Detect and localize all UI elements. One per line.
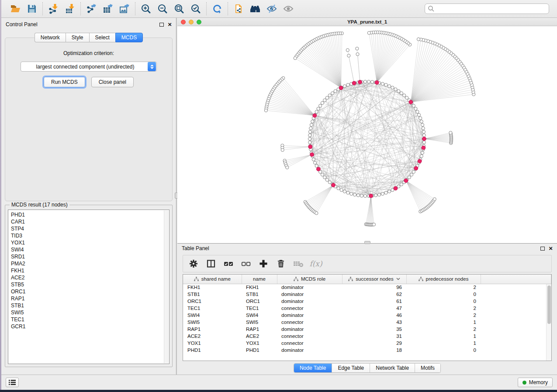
- mcds-result-item[interactable]: FKH1: [11, 267, 169, 274]
- column-header-name[interactable]: name: [242, 275, 277, 284]
- close-panel-icon[interactable]: ×: [168, 22, 172, 27]
- ring-node[interactable]: [346, 83, 349, 86]
- ring-node[interactable]: [328, 181, 331, 184]
- ring-node[interactable]: [312, 158, 315, 161]
- column-header-predecessor-nodes[interactable]: predecessor nodes: [406, 275, 481, 284]
- ring-node[interactable]: [400, 92, 403, 95]
- zoom-selected-button[interactable]: [190, 3, 202, 15]
- ring-node[interactable]: [325, 178, 329, 181]
- ring-node[interactable]: [328, 94, 331, 97]
- ring-node[interactable]: [325, 96, 329, 99]
- save-session-button[interactable]: [26, 3, 38, 15]
- open-file-button[interactable]: [9, 3, 21, 15]
- ring-node[interactable]: [315, 110, 318, 113]
- table-settings-button[interactable]: [188, 258, 199, 269]
- ring-node[interactable]: [394, 88, 397, 91]
- leaf-node[interactable]: [417, 38, 420, 41]
- mcds-hub-node[interactable]: [414, 166, 418, 170]
- mcds-hub-node[interactable]: [317, 167, 321, 171]
- leaf-node[interactable]: [356, 53, 359, 56]
- zoom-fit-button[interactable]: [173, 3, 185, 15]
- column-header-mcds-role[interactable]: MCDS role: [277, 275, 342, 284]
- mcds-result-item[interactable]: SWI5: [11, 309, 169, 316]
- mcds-hub-node[interactable]: [310, 153, 314, 157]
- close-table-panel-icon[interactable]: ×: [549, 246, 553, 251]
- refresh-button[interactable]: [211, 3, 223, 15]
- ring-node[interactable]: [317, 107, 320, 110]
- search-input[interactable]: [425, 3, 549, 14]
- ring-node[interactable]: [308, 137, 311, 140]
- leaf-node[interactable]: [372, 223, 375, 226]
- window-close-button[interactable]: [181, 20, 186, 24]
- window-maximize-button[interactable]: [197, 20, 201, 24]
- tab-edge-table[interactable]: Edge Table: [332, 364, 370, 372]
- ring-node[interactable]: [340, 189, 343, 192]
- mcds-hub-node[interactable]: [409, 100, 413, 104]
- tab-select[interactable]: Select: [89, 33, 115, 42]
- memory-button[interactable]: Memory: [518, 378, 553, 387]
- ring-node[interactable]: [417, 113, 420, 117]
- ring-node[interactable]: [371, 80, 374, 83]
- ring-node[interactable]: [384, 83, 387, 86]
- table-row[interactable]: SWI4SWI4dominator462: [183, 312, 551, 319]
- ring-node[interactable]: [360, 194, 363, 197]
- mcds-result-item[interactable]: CAR1: [11, 218, 169, 225]
- ring-node[interactable]: [421, 151, 424, 154]
- mcds-hub-node[interactable]: [422, 146, 426, 150]
- ring-node[interactable]: [384, 191, 387, 194]
- ring-node[interactable]: [421, 123, 424, 126]
- table-row[interactable]: SWI5SWI5connector431: [183, 319, 551, 326]
- table-row[interactable]: FKH1FKH1dominator962: [183, 284, 551, 291]
- mcds-result-item[interactable]: PMA2: [11, 260, 169, 267]
- mcds-hub-node[interactable]: [332, 183, 336, 187]
- leaf-node[interactable]: [347, 54, 350, 57]
- tab-network[interactable]: Network: [35, 33, 66, 42]
- table-row[interactable]: RAP1RAP1dominator352: [183, 326, 551, 333]
- ring-node[interactable]: [419, 117, 422, 120]
- ring-node[interactable]: [422, 130, 425, 133]
- mcds-result-item[interactable]: GCR1: [11, 323, 169, 330]
- hide-selected-button[interactable]: [266, 3, 278, 15]
- column-header-shared-name[interactable]: shared name: [183, 275, 242, 284]
- tab-node-table[interactable]: Node Table: [294, 364, 332, 372]
- ring-node[interactable]: [337, 187, 340, 190]
- optimization-criterion-select[interactable]: largest connected component (undirected): [21, 62, 157, 72]
- delete-column-button[interactable]: [276, 258, 286, 269]
- mcds-hub-node[interactable]: [352, 81, 356, 85]
- leaf-node[interactable]: [315, 212, 318, 215]
- mcds-hub-node[interactable]: [394, 186, 398, 190]
- ring-node[interactable]: [343, 85, 346, 88]
- ring-node[interactable]: [408, 176, 411, 179]
- network-canvas[interactable]: [177, 26, 557, 243]
- zoom-in-button[interactable]: [140, 3, 152, 15]
- tab-style[interactable]: Style: [66, 33, 89, 42]
- mcds-result-item[interactable]: STB5: [11, 281, 169, 288]
- ring-node[interactable]: [331, 92, 334, 95]
- zoom-out-button[interactable]: [156, 3, 169, 15]
- mcds-hub-node[interactable]: [422, 137, 426, 141]
- mcds-result-item[interactable]: ACE2: [11, 274, 169, 281]
- float-panel-icon[interactable]: [159, 23, 164, 27]
- leaf-node[interactable]: [264, 109, 267, 112]
- mcds-result-item[interactable]: SRD1: [11, 253, 169, 260]
- horizontal-splitter-handle[interactable]: [364, 241, 370, 244]
- mcds-list-scrollbar[interactable]: [164, 210, 169, 363]
- ring-node[interactable]: [405, 96, 408, 99]
- leaf-node[interactable]: [367, 31, 370, 34]
- mcds-result-item[interactable]: STB1: [11, 302, 169, 309]
- mcds-result-item[interactable]: RAP1: [11, 295, 169, 302]
- mcds-result-item[interactable]: PHD1: [11, 211, 169, 218]
- export-table-button[interactable]: [102, 3, 114, 15]
- table-row[interactable]: YOX1YOX1connector291: [183, 340, 551, 347]
- mcds-hub-node[interactable]: [404, 179, 408, 182]
- tab-motifs[interactable]: Motifs: [415, 364, 440, 372]
- ring-node[interactable]: [323, 99, 326, 102]
- mcds-result-item[interactable]: TID3: [11, 232, 169, 239]
- ring-node[interactable]: [363, 194, 367, 197]
- leaf-node[interactable]: [294, 57, 297, 60]
- mcds-hub-node[interactable]: [369, 194, 373, 198]
- mcds-hub-node[interactable]: [313, 113, 317, 117]
- ring-node[interactable]: [388, 85, 391, 88]
- float-table-panel-icon[interactable]: [540, 247, 545, 251]
- tab-mcds[interactable]: MCDS: [115, 33, 143, 42]
